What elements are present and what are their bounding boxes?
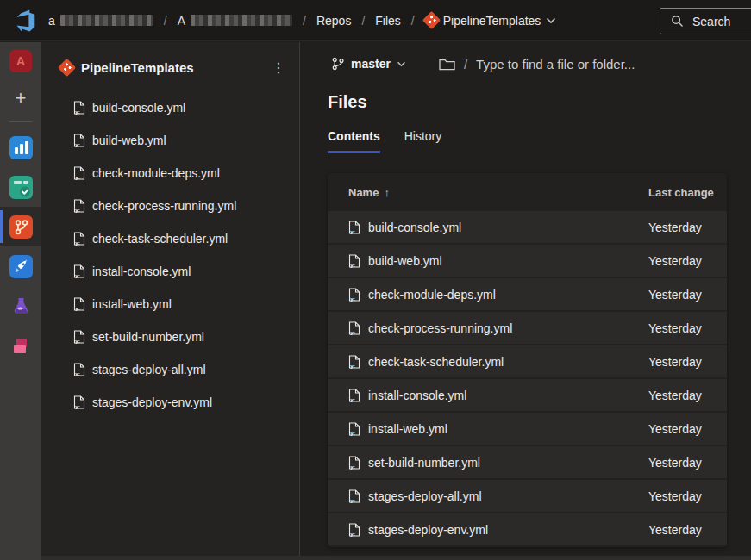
svg-text:y:: y: [350,295,355,301]
svg-text:y:: y: [350,261,355,267]
tree-file-item[interactable]: y: build-web.yml [41,124,299,157]
test-plans-flask-icon [9,295,33,318]
sidebar-item-test[interactable] [0,167,41,207]
sidebar-item-artifacts[interactable] [0,326,41,365]
current-branch-name: master [351,57,391,71]
chevron-down-icon [546,17,556,24]
table-row[interactable]: y: check-module-deps.yml Yesterday [328,278,727,310]
table-row[interactable]: y: set-build-number.yml Yesterday [328,446,727,478]
top-bar: a / A / Repos / Files / PipelineTemplate… [0,0,751,41]
checkmark-board-icon [9,176,33,199]
tree-file-item[interactable]: y: build-console.yml [41,91,299,124]
breadcrumb-separator: / [410,14,416,28]
tree-file-item[interactable]: y: check-process-running.yml [41,190,299,222]
yaml-file-icon: y: [348,389,360,402]
breadcrumb-separator: / [360,14,366,28]
tree-file-name: stages-deploy-all.yml [92,363,206,376]
project-avatar[interactable]: A [0,42,41,80]
tab-history[interactable]: History [404,129,442,153]
file-name-cell[interactable]: y: build-web.yml [348,254,442,268]
svg-text:y:: y: [75,403,80,409]
last-change-cell: Yesterday [648,523,702,537]
yaml-file-icon-slot: y: [348,321,360,335]
tree-file-item[interactable]: y: check-task-scheduler.yml [41,222,299,255]
column-header-name[interactable]: Name ↑ [348,186,390,199]
breadcrumb-separator: / [162,14,169,28]
tree-file-item[interactable]: y: set-build-number.yml [41,320,299,353]
chevron-down-icon [397,61,406,67]
tree-file-item[interactable]: y: stages-deploy-env.yml [41,386,299,419]
yaml-file-icon-slot: y: [348,523,360,537]
table-row[interactable]: y: install-web.yml Yesterday [328,413,727,445]
add-button[interactable]: + [0,80,41,116]
file-name-cell[interactable]: y: install-console.yml [348,389,466,402]
table-body: y: build-console.yml Yesterday y: build-… [328,211,727,545]
file-name-cell[interactable]: y: check-task-scheduler.yml [348,355,504,369]
file-name-cell[interactable]: y: install-web.yml [348,422,447,436]
search-box[interactable]: Search [660,8,751,34]
tree-file-name: check-process-running.yml [92,199,236,213]
horizontal-scrollbar[interactable] [41,556,751,560]
file-name: build-console.yml [368,221,461,234]
file-name-cell[interactable]: y: stages-deploy-all.yml [348,489,482,503]
last-change-cell: Yesterday [648,254,702,268]
breadcrumb-repo-picker[interactable]: PipelineTemplates [425,14,557,28]
file-name: check-module-deps.yml [368,288,496,302]
file-name: check-process-running.yml [368,321,512,335]
breadcrumb-project[interactable]: A [178,14,292,28]
yaml-file-icon: y: [73,395,85,409]
table-row[interactable]: y: check-task-scheduler.yml Yesterday [328,345,727,377]
project-name-redacted [191,15,292,26]
tab-contents[interactable]: Contents [328,129,380,153]
table-row[interactable]: y: build-web.yml Yesterday [328,245,727,277]
project-prefix: A [178,14,185,28]
sidebar-item-pipelines[interactable] [0,246,41,286]
find-file-input[interactable] [476,57,735,72]
yaml-file-icon-slot: y: [73,297,85,311]
breadcrumb-files[interactable]: Files [375,14,401,28]
yaml-file-icon: y: [73,101,85,115]
folder-icon[interactable] [439,58,455,71]
more-options-icon[interactable]: ⋮ [270,59,287,76]
table-row[interactable]: y: check-process-running.yml Yesterday [328,312,727,344]
repo-tree-header[interactable]: PipelineTemplates ⋮ [41,53,299,88]
sidebar-item-boards[interactable] [0,128,41,167]
pipelines-rocket-icon [9,255,33,278]
svg-text:y:: y: [350,328,355,334]
breadcrumb-organization[interactable]: a [48,14,153,28]
file-name-cell[interactable]: y: build-console.yml [348,221,461,234]
yaml-file-icon: y: [348,489,360,503]
table-row[interactable]: y: install-console.yml Yesterday [328,379,727,411]
azure-devops-logo[interactable] [10,5,41,36]
tree-file-item[interactable]: y: check-module-deps.yml [41,157,299,190]
breadcrumb-repos[interactable]: Repos [316,14,351,28]
column-header-last-change[interactable]: Last change [648,186,714,199]
sidebar-item-test-plans[interactable] [0,286,41,326]
yaml-file-icon: y: [348,523,360,537]
svg-text:y:: y: [350,362,355,368]
yaml-file-icon: y: [348,456,360,470]
yaml-file-icon: y: [348,254,360,268]
azure-devops-logo-icon [15,9,37,32]
sort-ascending-icon: ↑ [384,186,390,199]
rail-divider [9,121,32,122]
yaml-file-icon-slot: y: [73,166,85,180]
table-row[interactable]: y: stages-deploy-all.yml Yesterday [328,480,727,512]
file-name-cell[interactable]: y: set-build-number.yml [348,456,480,470]
tree-file-name: stages-deploy-env.yml [92,395,212,409]
plus-icon: + [16,89,27,108]
tree-file-item[interactable]: y: install-console.yml [41,255,299,288]
table-row[interactable]: y: stages-deploy-env.yml Yesterday [328,513,727,545]
sidebar-item-repos[interactable] [0,207,41,246]
yaml-file-icon: y: [73,199,85,213]
tree-file-item[interactable]: y: stages-deploy-all.yml [41,353,299,386]
svg-text:y:: y: [350,429,355,435]
file-name-cell[interactable]: y: stages-deploy-env.yml [348,523,488,537]
file-name-cell[interactable]: y: check-module-deps.yml [348,288,496,302]
table-row[interactable]: y: build-console.yml Yesterday [328,211,727,243]
tree-file-item[interactable]: y: install-web.yml [41,288,299,320]
yaml-file-icon-slot: y: [348,389,360,402]
file-name-cell[interactable]: y: check-process-running.yml [348,321,512,335]
content-frame: A + [0,42,751,560]
branch-selector[interactable]: master [328,55,410,72]
